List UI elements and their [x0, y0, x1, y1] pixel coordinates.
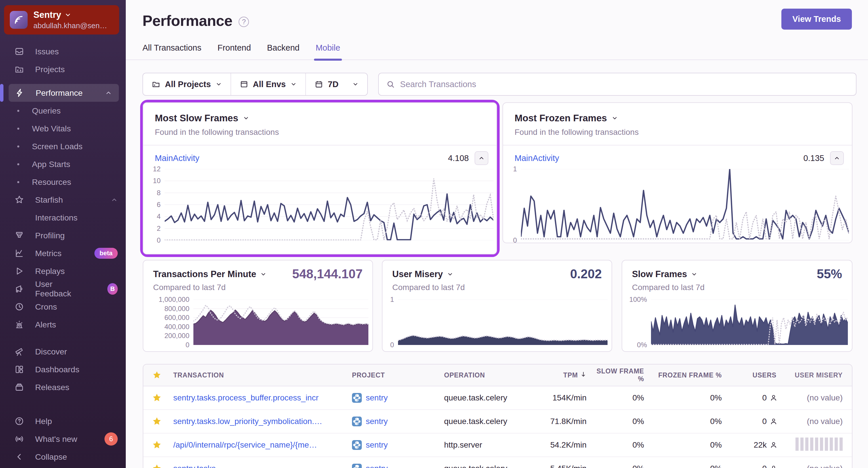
sidebar-item-queries[interactable]: Queries: [0, 102, 126, 120]
column-header-frozen-frame[interactable]: FROZEN FRAME %: [658, 371, 725, 379]
sidebar-item-crons[interactable]: Crons: [0, 298, 126, 315]
transaction-link[interactable]: sentry.tasks.process_buffer.process_incr: [173, 393, 352, 402]
operation-cell: http.server: [444, 440, 546, 449]
most-frozen-frames-widget: Most Frozen Frames Found in the followin…: [502, 102, 852, 243]
widget-title-row[interactable]: Slow Frames: [632, 269, 842, 279]
transaction-link[interactable]: sentry.tasks.…: [173, 464, 352, 468]
tpm-cell: 5.45K/min: [550, 464, 589, 468]
sidebar-item-label: Starfish: [35, 195, 63, 205]
widget-subtitle: Compared to last 7d: [392, 283, 602, 292]
widget-value: 0.202: [570, 267, 602, 281]
sidebar-item-alerts[interactable]: Alerts: [0, 315, 126, 333]
chevron-down-icon: [352, 81, 359, 88]
environment-filter[interactable]: All Envs: [230, 73, 305, 95]
page-help-icon[interactable]: ?: [239, 17, 249, 27]
star-icon[interactable]: [152, 393, 162, 403]
column-header-users[interactable]: USERS: [753, 371, 779, 379]
sidebar-item-whats-new[interactable]: What's new 6: [0, 430, 126, 448]
project-link[interactable]: sentry: [352, 416, 444, 426]
date-range-label: 7D: [328, 80, 338, 89]
widget-subtitle: Compared to last 7d: [632, 283, 842, 292]
profiling-icon: [14, 231, 24, 240]
project-name: sentry: [366, 417, 388, 426]
main-content: Performance ? View Trends All Transactio…: [126, 0, 868, 468]
user-icon: [770, 465, 778, 468]
sidebar-item-releases[interactable]: Releases: [0, 378, 126, 396]
sidebar-item-label: App Starts: [32, 160, 70, 169]
column-header-tpm[interactable]: TPM: [563, 371, 589, 379]
widget-title-row[interactable]: Most Slow Frames: [155, 113, 485, 124]
sidebar-item-user-feedback[interactable]: User Feedback B: [0, 280, 126, 298]
sidebar-item-performance[interactable]: Performance: [9, 84, 119, 102]
column-header-slow-frame[interactable]: SLOW FRAME %: [589, 367, 647, 383]
sidebar-item-interactions[interactable]: Interactions: [0, 209, 126, 227]
view-trends-button[interactable]: View Trends: [781, 9, 852, 30]
page-title: Performance: [143, 12, 232, 29]
collapse-row-button[interactable]: [474, 151, 488, 165]
tab-all-transactions[interactable]: All Transactions: [143, 43, 202, 60]
star-outline-icon: [14, 195, 24, 205]
project-link[interactable]: sentry: [352, 440, 444, 450]
tab-backend[interactable]: Backend: [267, 43, 300, 60]
y-axis-labels: 121086420: [146, 169, 165, 240]
tab-frontend[interactable]: Frontend: [218, 43, 251, 60]
most-slow-frames-widget: Most Slow Frames Found in the following …: [143, 102, 497, 255]
chevron-up-icon: [478, 155, 485, 161]
sidebar-collapse-button[interactable]: Collapse: [0, 448, 126, 466]
performance-lightning-icon: [15, 88, 25, 98]
sidebar: Sentry abdullah.khan@sen… Issues Project…: [0, 0, 126, 468]
column-header-transaction[interactable]: TRANSACTION: [173, 371, 352, 379]
widget-title-row[interactable]: Most Frozen Frames: [515, 113, 840, 124]
sidebar-item-discover[interactable]: Discover: [0, 343, 126, 361]
sidebar-item-issues[interactable]: Issues: [0, 42, 126, 60]
column-header-project[interactable]: PROJECT: [352, 371, 444, 379]
folder-icon: [152, 80, 160, 89]
users-cell: 0: [725, 417, 779, 426]
transaction-link[interactable]: MainActivity: [155, 154, 199, 163]
column-header-user-misery[interactable]: USER MISERY: [795, 371, 852, 379]
tpm-cell: 154K/min: [553, 393, 589, 402]
sidebar-item-projects[interactable]: Projects: [0, 60, 126, 78]
search-container: [378, 73, 857, 96]
sidebar-item-starfish[interactable]: Starfish: [0, 191, 126, 209]
search-icon: [386, 80, 395, 89]
filter-bar: All Projects All Envs 7D: [143, 73, 368, 96]
star-icon[interactable]: [152, 416, 162, 426]
sidebar-item-label: Queries: [32, 106, 61, 115]
sidebar-item-profiling[interactable]: Profiling: [0, 227, 126, 244]
column-header-operation[interactable]: OPERATION: [444, 371, 546, 379]
bullet-icon: [17, 145, 19, 147]
tab-mobile[interactable]: Mobile: [316, 43, 340, 60]
chevron-down-icon: [216, 81, 222, 88]
sidebar-item-screen-loads[interactable]: Screen Loads: [0, 137, 126, 155]
star-icon[interactable]: [152, 440, 162, 450]
project-filter[interactable]: All Projects: [143, 73, 230, 95]
star-icon[interactable]: [152, 371, 161, 380]
frozen-frame-cell: 0%: [710, 417, 725, 426]
transaction-link[interactable]: /api/0/internal/rpc/{service_name}/{me…: [173, 440, 352, 449]
sidebar-item-metrics[interactable]: Metrics beta: [0, 244, 126, 262]
sidebar-item-replays[interactable]: Replays: [0, 262, 126, 280]
search-input[interactable]: [400, 80, 848, 89]
sidebar-item-help[interactable]: Help: [0, 412, 126, 430]
user-misery-cell: (no value): [807, 417, 852, 426]
user-misery-widget: User Misery 0.202 Compared to last 7d 10: [382, 260, 612, 352]
transaction-link[interactable]: sentry.tasks.low_priority_symbolication.…: [173, 417, 352, 426]
transaction-link[interactable]: MainActivity: [515, 154, 559, 163]
star-icon[interactable]: [152, 464, 162, 468]
sidebar-item-dashboards[interactable]: Dashboards: [0, 361, 126, 378]
y-axis-labels: 10: [506, 169, 521, 240]
project-link[interactable]: sentry: [352, 393, 444, 403]
widget-value: 548,144.107: [292, 267, 363, 281]
user-icon: [770, 417, 778, 426]
org-switcher[interactable]: Sentry abdullah.khan@sen…: [4, 5, 119, 34]
siren-icon: [14, 320, 24, 329]
sidebar-item-web-vitals[interactable]: Web Vitals: [0, 120, 126, 137]
project-link[interactable]: sentry: [352, 464, 444, 468]
sidebar-item-resources[interactable]: Resources: [0, 173, 126, 191]
table-row: /api/0/internal/rpc/{service_name}/{me… …: [143, 434, 852, 457]
users-cell: 0: [725, 393, 779, 402]
date-range-filter[interactable]: 7D: [305, 73, 367, 95]
sidebar-item-app-starts[interactable]: App Starts: [0, 155, 126, 173]
collapse-row-button[interactable]: [830, 151, 844, 165]
